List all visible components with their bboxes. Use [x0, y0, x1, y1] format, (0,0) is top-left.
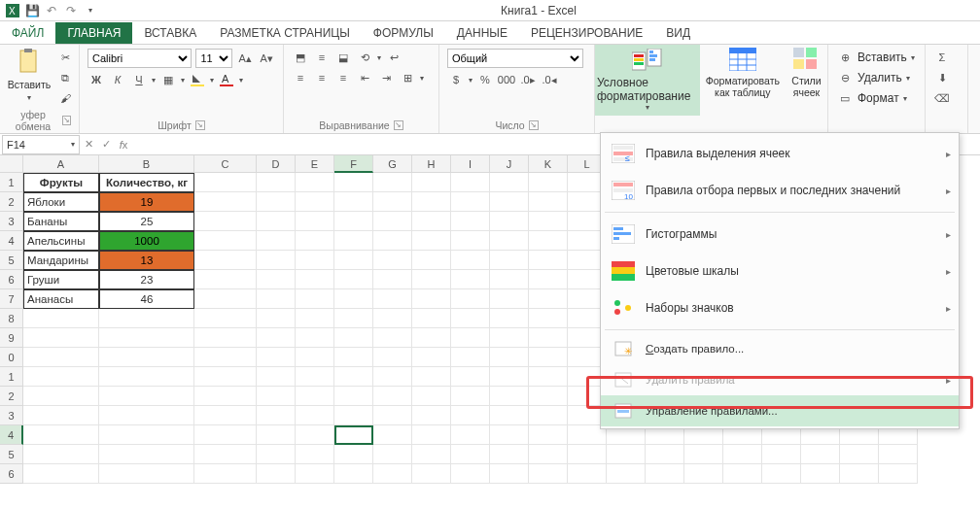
align-top-icon[interactable]: ⬒ [292, 49, 309, 66]
cell[interactable] [194, 309, 257, 328]
cell[interactable]: 25 [99, 212, 194, 231]
row-header[interactable]: 8 [0, 309, 23, 328]
save-icon[interactable]: 💾 [25, 4, 39, 17]
tab-layout[interactable]: РАЗМЕТКА СТРАНИЦЫ [208, 22, 362, 44]
row-header[interactable]: 2 [0, 192, 23, 212]
cell[interactable] [412, 231, 451, 251]
cell[interactable] [194, 425, 257, 445]
row-header[interactable]: 4 [0, 231, 23, 251]
row-header[interactable]: 7 [0, 289, 23, 309]
tab-review[interactable]: РЕЦЕНЗИРОВАНИЕ [519, 22, 654, 44]
tab-formulas[interactable]: ФОРМУЛЫ [362, 22, 445, 44]
cell[interactable] [334, 367, 373, 387]
cell[interactable] [723, 445, 762, 464]
cell[interactable] [23, 387, 99, 406]
cell[interactable] [412, 367, 451, 387]
cell[interactable] [194, 251, 257, 270]
cell[interactable] [23, 464, 99, 484]
cell[interactable] [412, 173, 451, 192]
cell[interactable] [257, 231, 296, 251]
border-icon[interactable]: ▦ [159, 71, 177, 88]
cell[interactable] [373, 445, 412, 464]
tab-data[interactable]: ДАННЫЕ [445, 22, 519, 44]
cell[interactable] [99, 445, 194, 464]
cell[interactable] [373, 367, 412, 387]
autosum-icon[interactable]: Σ [933, 49, 951, 66]
select-all-corner[interactable] [0, 155, 23, 173]
menu-data-bars[interactable]: Гистограммы [601, 216, 959, 253]
cell[interactable] [490, 212, 529, 231]
cell[interactable] [296, 309, 334, 328]
cell[interactable] [99, 348, 194, 367]
cell[interactable] [762, 464, 801, 484]
cell[interactable] [23, 328, 99, 348]
column-header[interactable]: B [99, 155, 194, 173]
cell[interactable] [412, 289, 451, 309]
cell[interactable] [257, 367, 296, 387]
cell[interactable] [99, 464, 194, 484]
row-header[interactable]: 5 [0, 445, 23, 464]
cell[interactable] [373, 387, 412, 406]
format-painter-icon[interactable]: 🖌 [56, 89, 74, 107]
align-bottom-icon[interactable]: ⬓ [334, 49, 352, 66]
cell[interactable] [257, 464, 296, 484]
delete-cells-icon[interactable]: ⊖ [836, 69, 854, 86]
cell[interactable] [412, 348, 451, 367]
cell[interactable] [490, 367, 529, 387]
cell[interactable]: 23 [99, 270, 194, 289]
cell[interactable] [762, 445, 801, 464]
cell[interactable]: 1000 [99, 231, 194, 251]
cell[interactable] [257, 212, 296, 231]
column-header[interactable]: J [490, 155, 529, 173]
cell[interactable] [490, 270, 529, 289]
font-name-combo[interactable]: Calibri [88, 49, 192, 68]
dialog-launcher-icon[interactable]: ↘ [195, 120, 205, 130]
column-header[interactable]: D [257, 155, 296, 173]
row-header[interactable]: 5 [0, 251, 23, 270]
cell[interactable] [296, 406, 334, 425]
cell[interactable] [99, 367, 194, 387]
cell[interactable] [490, 192, 529, 212]
cell[interactable] [412, 309, 451, 328]
cell[interactable] [529, 328, 568, 348]
cell[interactable]: 13 [99, 251, 194, 270]
cell[interactable] [373, 173, 412, 192]
menu-clear-rules[interactable]: Удалить правила [601, 364, 959, 395]
cell[interactable] [334, 309, 373, 328]
cell[interactable] [529, 348, 568, 367]
cell[interactable] [334, 425, 373, 445]
column-header[interactable]: E [296, 155, 334, 173]
column-header[interactable]: F [334, 155, 373, 173]
cell[interactable] [334, 251, 373, 270]
cell[interactable] [296, 367, 334, 387]
cell[interactable] [334, 289, 373, 309]
cell[interactable] [373, 464, 412, 484]
undo-icon[interactable]: ↶ [45, 4, 58, 17]
cell[interactable] [23, 445, 99, 464]
cell[interactable] [257, 425, 296, 445]
cell[interactable]: 19 [99, 192, 194, 212]
cancel-icon[interactable]: ✕ [80, 138, 97, 151]
cell[interactable] [257, 328, 296, 348]
cell[interactable] [451, 212, 490, 231]
decrease-indent-icon[interactable]: ⇤ [356, 69, 373, 86]
cell[interactable] [451, 173, 490, 192]
cell[interactable] [23, 367, 99, 387]
cell[interactable] [529, 212, 568, 231]
menu-new-rule[interactable]: ✳ ССоздать правило...оздать правило... [601, 333, 959, 364]
menu-icon-sets[interactable]: Наборы значков [601, 289, 959, 326]
cell[interactable] [296, 387, 334, 406]
menu-color-scales[interactable]: Цветовые шкалы [601, 253, 959, 289]
redo-icon[interactable]: ↷ [64, 4, 78, 17]
cell[interactable] [334, 212, 373, 231]
bold-button[interactable]: Ж [88, 71, 105, 88]
cell[interactable] [194, 192, 257, 212]
cell[interactable] [529, 173, 568, 192]
cell[interactable] [373, 289, 412, 309]
cell[interactable] [194, 270, 257, 289]
cell[interactable] [607, 445, 646, 464]
cell[interactable] [490, 445, 529, 464]
cell[interactable] [296, 251, 334, 270]
cell[interactable] [373, 309, 412, 328]
row-header[interactable]: 6 [0, 464, 23, 484]
